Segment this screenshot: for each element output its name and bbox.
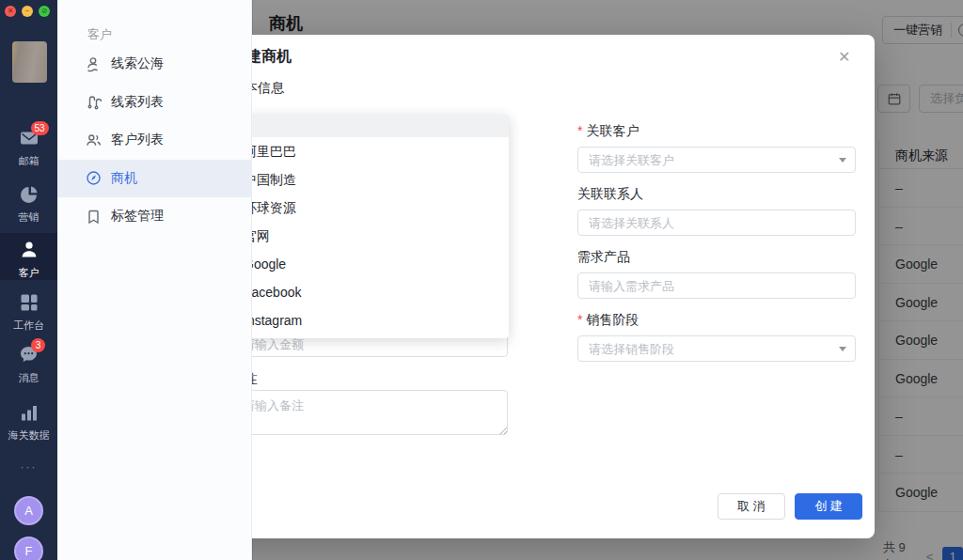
sidebar-item-mail[interactable]: 53 邮箱 <box>0 128 57 168</box>
opportunity-icon <box>86 170 102 186</box>
dropdown-option[interactable]: 中国制造 <box>232 165 509 194</box>
sidebar-item-label: 消息 <box>0 371 57 385</box>
sales-stage-select[interactable] <box>577 335 856 362</box>
field-demand-product: 需求产品 <box>577 249 856 299</box>
create-button[interactable]: 创 建 <box>795 493 862 520</box>
sidebar-item-label: 标签管理 <box>111 208 164 225</box>
sidebar-item-label: 客户列表 <box>111 132 164 148</box>
user-profile-photo[interactable] <box>12 41 47 83</box>
person-wave-icon <box>86 56 102 72</box>
grid-icon <box>19 292 39 317</box>
related-contact-label: 关联联系人 <box>577 186 643 201</box>
related-customer-label: 关联客户 <box>586 123 639 138</box>
window-controls: ✕ − ⊘ <box>5 6 50 17</box>
sidebar-item-workbench[interactable]: 工作台 <box>0 292 57 333</box>
chevron-down-icon <box>839 158 846 163</box>
mail-unread-badge: 53 <box>31 121 49 135</box>
more-options-icon[interactable]: ··· <box>0 460 57 474</box>
sidebar-item-customs-data[interactable]: 海关数据 <box>0 402 57 443</box>
person-icon <box>19 240 39 264</box>
bookmark-icon <box>86 209 102 225</box>
sidebar-item-opportunities[interactable]: 商机 <box>57 160 252 197</box>
notes-textarea[interactable] <box>231 390 508 435</box>
sidebar-item-label: 客户 <box>0 266 57 280</box>
dropdown-option[interactable]: Google <box>232 250 509 278</box>
sidebar-item-label: 海关数据 <box>0 428 57 443</box>
sales-stage-label: 销售阶段 <box>586 312 639 327</box>
bar-chart-icon <box>19 402 39 427</box>
sidebar-item-label: 线索公海 <box>111 55 164 72</box>
zoom-window-button[interactable]: ⊘ <box>39 6 50 17</box>
related-customer-select[interactable] <box>577 147 856 173</box>
dropdown-option[interactable]: 阿里巴巴 <box>232 137 509 165</box>
demand-product-label: 需求产品 <box>577 249 630 264</box>
sidebar-item-tag-management[interactable]: 标签管理 <box>57 197 252 235</box>
chat-bubble-icon: 3 <box>18 344 39 369</box>
sidebar-item-label: 工作台 <box>0 319 57 333</box>
main-sidebar: ✕ − ⊘ 53 邮箱 营销 客户 <box>0 0 57 560</box>
minimize-window-button[interactable]: − <box>22 6 33 17</box>
people-icon <box>86 132 102 148</box>
leads-icon <box>86 94 102 110</box>
field-sales-stage: *销售阶段 <box>577 312 856 362</box>
account-avatar-f[interactable]: F <box>14 537 43 560</box>
sidebar-item-lead-list[interactable]: 线索列表 <box>57 84 252 121</box>
sidebar-item-customers[interactable]: 客户 <box>0 233 57 280</box>
dropdown-option-empty[interactable] <box>232 115 509 137</box>
close-icon[interactable]: ✕ <box>838 48 850 66</box>
messages-unread-badge: 3 <box>31 338 45 352</box>
required-marker: * <box>577 123 582 138</box>
field-related-customer: *关联客户 <box>577 123 856 173</box>
secondary-sidebar-header: 客户 <box>87 26 112 43</box>
sidebar-item-lead-pool[interactable]: 线索公海 <box>57 45 252 83</box>
required-marker: * <box>577 312 582 327</box>
pie-chart-icon <box>19 184 39 209</box>
cancel-button[interactable]: 取 消 <box>718 493 785 520</box>
dropdown-option[interactable]: 官网 <box>232 222 509 250</box>
app-window: ✕ − ⊘ 53 邮箱 营销 客户 <box>0 0 963 560</box>
source-dropdown-menu: 阿里巴巴 中国制造 环球资源 官网 Google Facebook Instag… <box>232 115 509 338</box>
resize-grip-icon[interactable] <box>499 427 508 435</box>
sidebar-item-label: 线索列表 <box>111 94 164 111</box>
secondary-sidebar: 客户 线索公海 线索列表 客户列表 商机 标签管理 <box>57 0 252 560</box>
account-avatar-a[interactable]: A <box>14 496 43 525</box>
mail-icon: 53 <box>19 128 39 152</box>
chevron-down-icon <box>839 347 846 351</box>
dropdown-option[interactable]: Instagram <box>232 306 509 334</box>
sidebar-item-marketing[interactable]: 营销 <box>0 184 57 225</box>
new-opportunity-modal: 新建商机 ✕ 基本信息 备注 阿里巴巴 中国制造 环球资源 官网 Google … <box>212 35 875 538</box>
sidebar-item-label: 营销 <box>0 210 57 225</box>
related-contact-input[interactable] <box>577 210 856 236</box>
close-window-button[interactable]: ✕ <box>5 6 16 17</box>
sidebar-item-customer-list[interactable]: 客户列表 <box>57 121 252 159</box>
dropdown-option[interactable]: 环球资源 <box>232 194 509 222</box>
demand-product-input[interactable] <box>577 272 856 299</box>
sidebar-item-label: 邮箱 <box>0 154 57 168</box>
sidebar-item-messages[interactable]: 3 消息 <box>0 344 57 385</box>
sidebar-item-label: 商机 <box>111 170 137 187</box>
field-related-contact: 关联联系人 <box>577 186 856 236</box>
dropdown-option[interactable]: Facebook <box>232 278 509 306</box>
